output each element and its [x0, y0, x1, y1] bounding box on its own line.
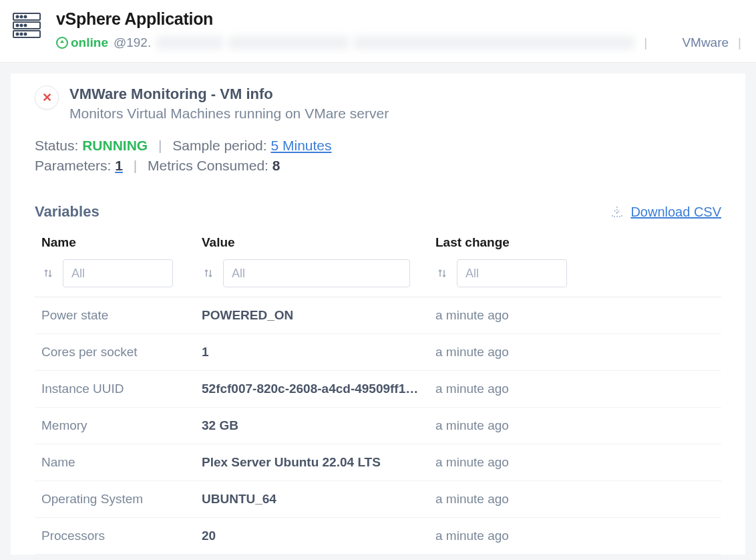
table-row: Cores per socket1a minute ago [35, 334, 721, 371]
online-icon [56, 37, 68, 49]
table-row: Memory32 GBa minute ago [35, 408, 721, 444]
filter-lastchange-input[interactable] [457, 259, 567, 287]
cell-last-change: a minute ago [435, 418, 715, 433]
cell-value: 32 GB [202, 418, 435, 433]
download-icon [610, 205, 624, 219]
redacted-text [156, 36, 223, 49]
filter-name-input[interactable] [63, 259, 173, 287]
variables-title: Variables [35, 203, 100, 221]
svg-point-6 [17, 25, 19, 27]
cell-value: 20 [202, 529, 435, 543]
status-line-2: Parameters: 1 | Metrics Consumed: 8 [35, 158, 721, 174]
svg-point-11 [25, 33, 27, 35]
svg-point-8 [25, 25, 27, 27]
sort-icon[interactable] [435, 267, 449, 280]
cell-last-change: a minute ago [435, 492, 715, 507]
table-row: Operating SystemUBUNTU_64a minute ago [35, 481, 721, 518]
online-status-text: online [71, 35, 108, 50]
app-header: vSphere Application online @192. | VMwar… [0, 0, 756, 63]
section-description: Monitors Virtual Machines running on VMa… [69, 106, 389, 122]
cell-name: Processors [41, 529, 202, 543]
header-meta: online @192. | VMware | [56, 35, 745, 50]
cell-name: Instance UUID [41, 382, 202, 396]
svg-point-5 [25, 16, 27, 18]
separator: | [158, 138, 162, 153]
sample-period-link[interactable]: 5 Minutes [270, 138, 331, 153]
divider: | [644, 35, 647, 50]
column-header-name: Name [41, 235, 202, 250]
sort-icon[interactable] [202, 267, 215, 280]
cell-last-change: a minute ago [435, 345, 715, 360]
download-csv-link[interactable]: Download CSV [610, 204, 721, 220]
svg-point-10 [21, 33, 23, 35]
table-row: NamePlex Server Ubuntu 22.04 LTSa minute… [35, 444, 721, 481]
svg-point-9 [17, 33, 19, 35]
cell-last-change: a minute ago [435, 308, 715, 323]
parameters-link[interactable]: 1 [115, 158, 123, 173]
status-value: RUNNING [82, 138, 148, 153]
cell-value: 52fcf007-820c-2608-a4cd-49509ff1… [202, 382, 435, 396]
svg-point-7 [21, 25, 23, 27]
vmware-label: VMware [682, 35, 729, 50]
redacted-text [354, 36, 634, 49]
cell-value: Plex Server Ubuntu 22.04 LTS [202, 455, 435, 470]
cell-name: Memory [41, 418, 202, 433]
parameters-label: Parameters: [35, 158, 115, 173]
svg-point-3 [17, 16, 19, 18]
cell-name: Name [41, 455, 202, 470]
cell-last-change: a minute ago [435, 382, 715, 396]
status-line-1: Status: RUNNING | Sample period: 5 Minut… [35, 138, 721, 154]
close-icon: ✕ [42, 90, 52, 105]
separator: | [134, 158, 137, 173]
server-rack-icon [11, 9, 43, 41]
cell-last-change: a minute ago [435, 455, 715, 470]
cell-value: POWERED_ON [202, 308, 435, 323]
cell-name: Operating System [41, 492, 202, 507]
download-csv-text: Download CSV [630, 204, 721, 220]
online-status-badge: online [56, 35, 108, 50]
section-title: VMWare Monitoring - VM info [69, 86, 389, 103]
column-header-last-change: Last change [435, 235, 715, 250]
metrics-label: Metrics Consumed: [148, 158, 272, 173]
filter-value-input[interactable] [223, 259, 410, 287]
table-row: Power statePOWERED_ONa minute ago [35, 297, 721, 334]
status-label: Status: [35, 138, 82, 153]
sort-icon[interactable] [41, 267, 55, 280]
cell-name: Power state [41, 308, 202, 323]
close-button[interactable]: ✕ [35, 86, 59, 110]
cell-name: Cores per socket [41, 345, 202, 360]
cell-value: UBUNTU_64 [202, 492, 435, 507]
column-header-value: Value [202, 235, 435, 250]
variables-table: Name Value Last change Power statePOW [35, 235, 721, 555]
divider: | [738, 35, 741, 50]
app-title: vSphere Application [56, 9, 745, 29]
cell-value: 1 [202, 345, 435, 360]
ip-address: @192. [114, 35, 151, 50]
metrics-value: 8 [272, 158, 280, 173]
table-row: Processors20a minute ago [35, 518, 721, 555]
sample-period-label: Sample period: [172, 138, 270, 153]
redacted-text [228, 36, 349, 49]
svg-point-4 [21, 16, 23, 18]
monitoring-card: ✕ VMWare Monitoring - VM info Monitors V… [11, 74, 745, 555]
table-row: Instance UUID52fcf007-820c-2608-a4cd-495… [35, 371, 721, 408]
cell-last-change: a minute ago [435, 529, 715, 543]
